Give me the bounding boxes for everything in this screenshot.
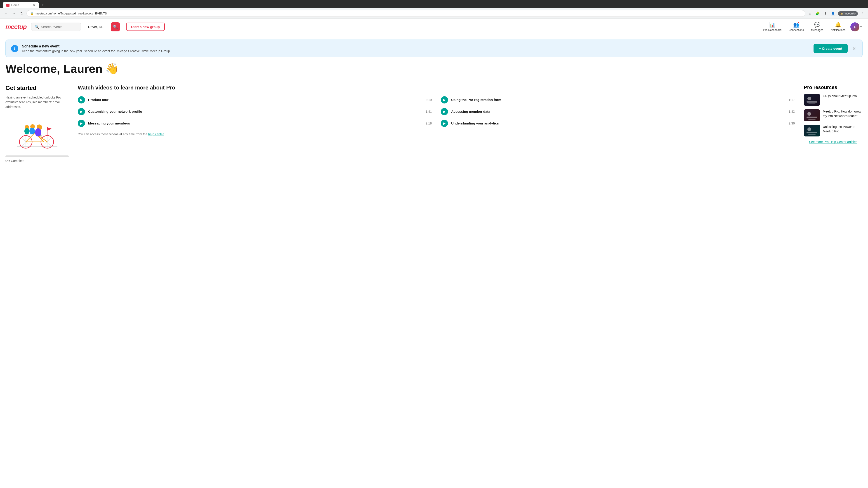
video-section: Watch videos to learn more about Pro ▶ P… — [78, 85, 795, 136]
search-input[interactable] — [41, 25, 72, 29]
pro-resources-section: Pro resources FAQs about Meetup Pro Meet… — [804, 85, 863, 144]
start-new-group-button[interactable]: Start a new group — [126, 23, 165, 31]
header-nav: 📊 Pro Dashboard 👥 Connections 💬 Messages… — [760, 20, 863, 33]
video-duration: 3:19 — [426, 98, 432, 102]
meetup-logo[interactable]: meetup — [5, 23, 27, 31]
pro-resources-heading: Pro resources — [804, 85, 863, 90]
resource-thumbnail — [804, 109, 820, 121]
browser-controls: ← → ↻ 🔒 meetup.com/home/?suggested=true&… — [0, 8, 868, 19]
back-button[interactable]: ← — [3, 11, 9, 17]
notifications-icon: 🔔 — [835, 22, 841, 28]
search-bar[interactable]: 🔍 — [31, 23, 81, 31]
video-item[interactable]: ▶ Product tour 3:19 — [78, 96, 432, 103]
resource-item[interactable]: Unlocking the Power of Meetup Pro — [804, 125, 863, 136]
meetup-app: meetup 🔍 Dover, DE 🔍 Start a new group 📊… — [0, 19, 868, 486]
bookmark-icon[interactable]: ☆ — [807, 11, 813, 17]
resource-thumbnail — [804, 94, 820, 106]
connections-icon: 👥 — [793, 22, 799, 28]
video-item[interactable]: ▶ Customizing your network profile 1:41 — [78, 108, 432, 115]
resource-item[interactable]: Meetup Pro: How do I grow my Pro Network… — [804, 109, 863, 121]
welcome-heading: Welcome, Lauren 👋 — [5, 62, 863, 75]
svg-marker-12 — [47, 127, 52, 131]
banner-title: Schedule a new event — [22, 44, 170, 48]
banner-close-button[interactable]: ✕ — [851, 45, 857, 52]
chevron-down-icon: ▾ — [860, 25, 862, 29]
extensions-icon[interactable]: 🧩 — [814, 11, 821, 17]
browser-actions: ☆ 🧩 ⬇ 👤 🕵 Incognito ⋮ — [807, 11, 865, 17]
progress-bar-container: 0% Complete — [5, 156, 69, 163]
banner-text: Schedule a new event Keep the momentum g… — [22, 44, 170, 53]
incognito-label: Incognito — [844, 12, 856, 15]
more-options-button[interactable]: ⋮ — [859, 11, 865, 17]
nav-item-connections[interactable]: 👥 Connections — [785, 20, 807, 33]
video-item[interactable]: ▶ Messaging your members 2:18 — [78, 120, 432, 127]
play-icon: ▶ — [78, 108, 85, 115]
svg-rect-35 — [807, 132, 817, 133]
video-title: Product tour — [88, 98, 108, 102]
svg-rect-28 — [808, 103, 815, 104]
tab-bar: Home ✕ + — [3, 2, 865, 8]
svg-rect-32 — [808, 119, 815, 120]
svg-point-16 — [24, 128, 29, 134]
video-duration: 1:43 — [789, 110, 795, 113]
progress-bar — [5, 156, 69, 157]
notification-banner: ℹ Schedule a new event Keep the momentum… — [5, 39, 863, 57]
refresh-button[interactable]: ↻ — [19, 10, 25, 17]
new-tab-button[interactable]: + — [40, 2, 46, 8]
resource-item[interactable]: FAQs about Meetup Pro — [804, 94, 863, 106]
play-icon: ▶ — [78, 120, 85, 127]
get-started-body: Having an event scheduled unlocks Pro ex… — [5, 95, 69, 109]
user-avatar-button[interactable]: L ▾ — [849, 22, 863, 32]
search-button[interactable]: 🔍 — [111, 22, 120, 31]
resource-text: Meetup Pro: How do I grow my Pro Network… — [823, 109, 863, 118]
tab-close-button[interactable]: ✕ — [33, 4, 35, 7]
video-title: Messaging your members — [88, 121, 130, 126]
see-more-link[interactable]: See more Pro Help Center articles — [804, 140, 863, 144]
nav-item-pro-dashboard[interactable]: 📊 Pro Dashboard — [760, 20, 784, 33]
lock-icon: 🔒 — [30, 12, 34, 15]
video-item[interactable]: ▶ Understanding your analytics 2:36 — [441, 120, 795, 127]
create-event-button[interactable]: + Create event — [813, 44, 848, 53]
active-tab[interactable]: Home ✕ — [3, 2, 39, 8]
svg-rect-27 — [807, 101, 817, 103]
help-center-link[interactable]: help center — [148, 132, 164, 136]
nav-label-messages: Messages — [811, 29, 824, 32]
video-footer-prefix: You can access these videos at any time … — [78, 132, 148, 136]
incognito-badge: 🕵 Incognito — [838, 11, 858, 16]
forward-button[interactable]: → — [11, 11, 17, 17]
profile-icon[interactable]: 👤 — [830, 11, 837, 17]
user-avatar: L — [850, 22, 860, 31]
nav-label-pro-dashboard: Pro Dashboard — [763, 29, 781, 32]
banner-body: Keep the momentum going in the new year.… — [22, 49, 170, 53]
download-icon[interactable]: ⬇ — [823, 11, 828, 17]
video-item[interactable]: ▶ Accessing member data 1:43 — [441, 108, 795, 115]
play-icon: ▶ — [441, 108, 448, 115]
three-column-layout: Get started Having an event scheduled un… — [5, 85, 863, 169]
messages-icon: 💬 — [814, 22, 820, 28]
tab-title: Home — [11, 3, 19, 7]
main-content: Welcome, Lauren 👋 Get started Having an … — [0, 62, 868, 178]
location-display[interactable]: Dover, DE — [86, 25, 106, 29]
browser-chrome: Home ✕ + — [0, 0, 868, 8]
video-duration: 1:41 — [426, 110, 432, 113]
bicycle-illustration — [12, 115, 62, 151]
video-section-heading: Watch videos to learn more about Pro — [78, 85, 795, 91]
svg-point-30 — [807, 112, 811, 116]
play-icon: ▶ — [78, 96, 85, 103]
get-started-section: Get started Having an event scheduled un… — [5, 85, 69, 169]
video-title: Customizing your network profile — [88, 109, 142, 114]
video-item[interactable]: ▶ Using the Pro registration form 1:17 — [441, 96, 795, 103]
nav-item-notifications[interactable]: 🔔 Notifications — [828, 20, 848, 33]
video-grid: ▶ Product tour 3:19 ▶ Using the Pro regi… — [78, 96, 795, 127]
svg-point-26 — [807, 97, 811, 100]
svg-rect-36 — [808, 134, 815, 135]
video-title: Using the Pro registration form — [451, 98, 501, 102]
address-text: meetup.com/home/?suggested=true&source=E… — [35, 12, 107, 15]
video-duration: 1:17 — [789, 98, 795, 102]
resource-text: FAQs about Meetup Pro — [823, 94, 857, 98]
get-started-heading: Get started — [5, 85, 69, 92]
svg-point-10 — [35, 128, 41, 136]
address-bar[interactable]: 🔒 meetup.com/home/?suggested=true&source… — [26, 10, 805, 17]
nav-item-messages[interactable]: 💬 Messages — [808, 20, 827, 33]
site-header: meetup 🔍 Dover, DE 🔍 Start a new group 📊… — [0, 19, 868, 35]
